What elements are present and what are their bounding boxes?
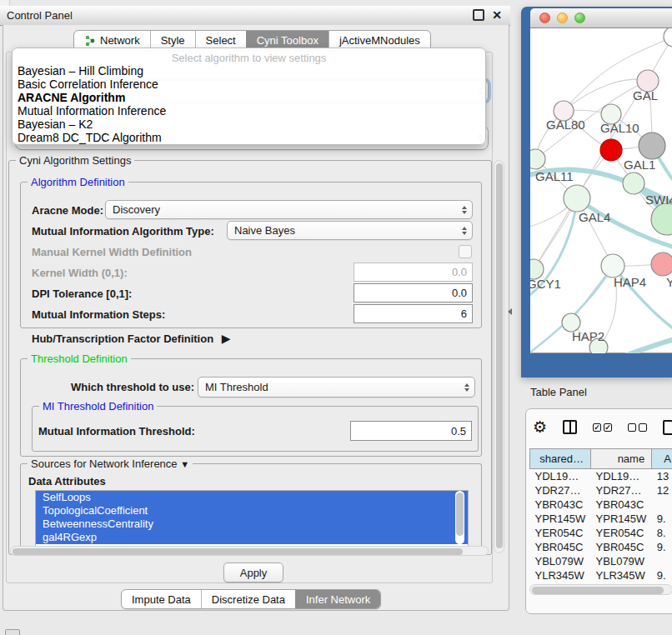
table-cell[interactable]: YPR145W — [530, 512, 591, 526]
dropdown-item[interactable]: Bayesian – Hill Climbing — [13, 64, 485, 78]
traffic-light-minimize-icon[interactable] — [557, 12, 568, 23]
table-cell[interactable]: YDR27… — [530, 483, 591, 498]
table-cell[interactable]: 9. — [652, 568, 672, 582]
network-node[interactable] — [639, 132, 665, 159]
dropdown-item[interactable]: Basic Correlation Inference — [13, 78, 485, 91]
table-cell[interactable]: YER054C — [530, 526, 591, 540]
network-node[interactable] — [651, 252, 672, 276]
settings-vscrollbar[interactable] — [494, 160, 504, 553]
dropdown-item[interactable]: Bayesian – K2 — [13, 118, 485, 131]
apply-button[interactable]: Apply — [223, 562, 283, 582]
table-row[interactable]: YBL079WYBL079W — [530, 554, 672, 568]
tab-discretize-data[interactable]: Discretize Data — [201, 590, 295, 608]
settings-hscrollbar[interactable] — [10, 546, 489, 556]
sources-group-title[interactable]: Sources for Network Inference ▼ — [28, 458, 193, 471]
aracne-mode-label: Aracne Mode: — [32, 204, 103, 217]
table-row[interactable]: YDR27…YDR27…12 — [530, 483, 672, 498]
list-item[interactable]: BetweennessCentrality — [36, 518, 468, 531]
float-icon[interactable] — [473, 9, 484, 21]
network-node[interactable] — [651, 203, 672, 235]
traffic-light-zoom-icon[interactable] — [574, 12, 585, 23]
mi-type-combobox[interactable]: Naive Bayes — [227, 221, 473, 240]
table-cell[interactable] — [652, 498, 672, 512]
screen: { "colors": { "selection_blue": "#3a6fd8… — [0, 0, 672, 635]
dropdown-item[interactable]: Mutual Information Inference — [13, 104, 485, 118]
minimized-panel-icon[interactable] — [5, 629, 20, 635]
list-item[interactable]: TopologicalCoefficient — [36, 504, 468, 518]
node-label: GCY1 — [530, 277, 561, 291]
table-cell[interactable]: YBR043C — [591, 498, 652, 512]
network-node[interactable] — [601, 254, 624, 278]
kernel-width-label: Kernel Width (0,1): — [32, 267, 128, 279]
data-attributes-list[interactable]: SelfLoopsTopologicalCoefficientBetweenne… — [35, 490, 469, 547]
column-header[interactable]: shared… — [530, 449, 591, 469]
gear-icon[interactable]: ⚙ — [533, 419, 547, 435]
attribute-list-scrollbar[interactable] — [455, 491, 464, 544]
table-cell[interactable]: YBR045C — [591, 540, 652, 554]
table-cell[interactable]: 12 — [652, 483, 672, 498]
which-threshold-combobox[interactable]: MI Threshold — [198, 377, 475, 398]
column-header[interactable]: A — [652, 449, 672, 469]
panel-collapse-arrow[interactable] — [508, 308, 512, 315]
control-panel-titlebar: Control Panel ✕ — [0, 6, 510, 26]
network-node[interactable] — [564, 185, 590, 212]
kernel-width-field[interactable]: 0.0 — [354, 262, 473, 282]
table-row[interactable]: YLR345WYLR345W9. — [530, 568, 672, 582]
table-cell[interactable]: 8. — [652, 526, 672, 540]
collapse-right-icon: ▶ — [222, 332, 231, 345]
export-table-icon[interactable] — [663, 420, 672, 435]
network-node[interactable] — [623, 172, 644, 194]
traffic-light-close-icon[interactable] — [539, 12, 550, 23]
dpi-tolerance-field[interactable]: 0.0 — [354, 283, 473, 302]
network-node[interactable] — [664, 28, 672, 47]
list-item[interactable]: SelfLoops — [36, 491, 468, 504]
manual-kernel-label: Manual Kernel Width Definition — [32, 246, 192, 258]
select-all-columns-icon[interactable]: ✓ ✓ — [593, 423, 612, 432]
table-cell[interactable]: YBL079W — [591, 554, 652, 568]
mi-steps-field[interactable]: 6 — [354, 304, 473, 323]
table-cell[interactable]: YDR27… — [591, 483, 652, 498]
table-cell[interactable]: 13 — [652, 469, 672, 484]
manual-kernel-checkbox[interactable] — [459, 245, 472, 258]
table-cell[interactable]: YDL19… — [530, 469, 591, 484]
table-row[interactable]: YDL19…YDL19…13 — [530, 469, 672, 484]
table-row[interactable]: YBR043CYBR043C — [530, 498, 672, 512]
tab-label: Impute Data — [132, 593, 191, 606]
dropdown-item[interactable]: ARACNE Algorithm — [13, 91, 485, 104]
table-hscrollbar[interactable] — [529, 584, 672, 595]
table-cell[interactable]: YBR043C — [530, 498, 591, 512]
table-cell[interactable] — [652, 554, 672, 568]
hub-definition-toggle[interactable]: Hub/Transcription Factor Definition ▶ — [32, 332, 231, 345]
tab-label: Style — [161, 34, 185, 47]
table-cell[interactable]: YDL19… — [591, 469, 652, 484]
deselect-all-columns-icon[interactable] — [628, 423, 647, 432]
table-cell[interactable]: YER054C — [591, 526, 652, 540]
tab-impute-data[interactable]: Impute Data — [122, 590, 201, 608]
table-cell[interactable]: YBL079W — [530, 554, 591, 568]
dropdown-item[interactable]: Dream8 DC_TDC Algorithm — [13, 131, 485, 144]
combo-value: Discovery — [113, 203, 160, 216]
control-panel-title: Control Panel — [0, 9, 73, 22]
table-cell[interactable]: YLR345W — [591, 568, 652, 582]
network-view-window[interactable]: GALGAL80GAL10GAL11GAL1SWI4GAL4GCY1HAP4YH… — [521, 7, 672, 378]
close-icon[interactable]: ✕ — [492, 9, 502, 21]
columns-icon[interactable] — [563, 420, 577, 434]
network-node[interactable] — [600, 139, 622, 161]
algorithm-dropdown-popup: Select algorithm to view settings Bayesi… — [12, 48, 486, 145]
table-row[interactable]: YPR145WYPR145W9. — [530, 512, 672, 526]
group-title: MI Threshold Definition — [39, 400, 157, 412]
mi-threshold-field[interactable]: 0.5 — [350, 421, 472, 441]
column-header[interactable]: name — [591, 449, 652, 469]
table-cell[interactable]: 9. — [652, 540, 672, 554]
table-row[interactable]: YBR045CYBR045C9. — [530, 540, 672, 554]
list-item[interactable]: gal4RGexp — [36, 531, 468, 544]
aracne-mode-combobox[interactable]: Discovery — [105, 200, 473, 219]
table-cell[interactable]: YLR345W — [530, 568, 591, 582]
table-cell[interactable]: 9. — [652, 512, 672, 526]
network-node[interactable] — [530, 149, 545, 169]
table-cell[interactable]: YPR145W — [591, 512, 652, 526]
table-row[interactable]: YER054CYER054C8. — [530, 526, 672, 540]
network-canvas[interactable]: GALGAL80GAL10GAL11GAL1SWI4GAL4GCY1HAP4YH… — [530, 28, 672, 353]
tab-infer-network[interactable]: Infer Network — [295, 590, 380, 608]
table-cell[interactable]: YBR045C — [530, 540, 591, 554]
